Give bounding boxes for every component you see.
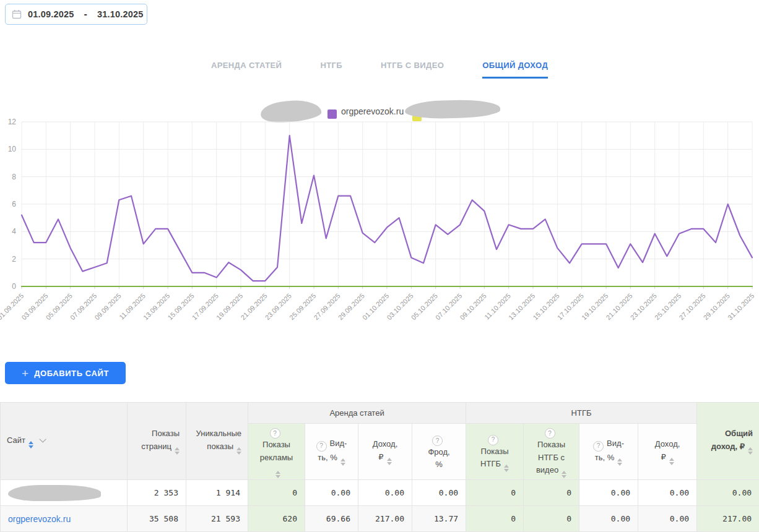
legend-label-orgperevozok[interactable]: orgperevozok.ru <box>341 106 404 116</box>
table-cell: 0 <box>524 506 579 532</box>
svg-text:4: 4 <box>12 227 16 236</box>
svg-text:10: 10 <box>8 145 17 153</box>
svg-text:21.10.2025: 21.10.2025 <box>604 292 633 321</box>
svg-text:11.09.2025: 11.09.2025 <box>118 292 147 321</box>
table-cell: 0.00 <box>358 480 412 506</box>
table-cell: 0 <box>466 480 524 506</box>
chevron-down-icon[interactable] <box>39 435 46 442</box>
add-site-label: ДОБАВИТЬ САЙТ <box>34 369 109 378</box>
tab-ntgb-s-video[interactable]: НТГБ С ВИДЕО <box>381 61 444 79</box>
plus-icon: + <box>22 367 28 379</box>
svg-text:15.10.2025: 15.10.2025 <box>531 292 560 321</box>
table-cell: 2 353 <box>128 480 186 506</box>
table-cell: 0.00 <box>412 480 466 506</box>
table-cell: 69.66 <box>305 506 358 532</box>
sort-icon[interactable] <box>175 447 180 455</box>
svg-text:01.10.2025: 01.10.2025 <box>361 292 390 321</box>
svg-text:07.09.2025: 07.09.2025 <box>69 292 98 321</box>
tab-ntgb[interactable]: НТГБ <box>320 61 342 79</box>
table-cell: 0.00 <box>697 480 759 506</box>
svg-text:03.10.2025: 03.10.2025 <box>385 292 414 321</box>
column-header-total-income[interactable]: Общий доход, ₽ <box>697 403 759 480</box>
svg-text:31.10.2025: 31.10.2025 <box>726 292 755 321</box>
sort-icon[interactable] <box>617 458 622 466</box>
svg-text:27.10.2025: 27.10.2025 <box>677 292 706 321</box>
table-cell: 0 <box>466 506 524 532</box>
help-icon[interactable]: ? <box>432 435 443 446</box>
column-header-fraud[interactable]: ?Фрод, % <box>412 424 466 480</box>
redaction-blob-site <box>8 485 101 501</box>
report-tabs: АРЕНДА СТАТЕЙ НТГБ НТГБ С ВИДЕО ОБЩИЙ ДО… <box>0 61 759 79</box>
table-cell: 217.00 <box>358 506 412 532</box>
add-site-button[interactable]: + ДОБАВИТЬ САЙТ <box>5 362 126 384</box>
svg-text:11.10.2025: 11.10.2025 <box>483 292 512 321</box>
svg-text:6: 6 <box>12 200 16 208</box>
svg-text:21.09.2025: 21.09.2025 <box>239 292 268 321</box>
site-link[interactable]: orgperevozok.ru <box>8 514 71 524</box>
column-header-income-arenda[interactable]: Доход, ₽ <box>358 424 412 480</box>
table-cell: 620 <box>248 506 305 532</box>
svg-text:09.10.2025: 09.10.2025 <box>458 292 487 321</box>
column-header-site[interactable]: Сайт <box>1 403 128 480</box>
sort-icon[interactable] <box>504 465 509 472</box>
svg-text:13.09.2025: 13.09.2025 <box>142 292 171 321</box>
column-header-income-ntgb[interactable]: Доход, ₽ <box>638 424 697 480</box>
svg-text:25.09.2025: 25.09.2025 <box>288 292 317 321</box>
sort-icon[interactable] <box>387 458 392 465</box>
table-cell: 13.77 <box>412 506 466 532</box>
group-header-ntgb: НТГБ <box>466 403 697 424</box>
column-header-ntgb-impressions[interactable]: ?Показы НТГБ <box>466 424 524 480</box>
svg-text:05.09.2025: 05.09.2025 <box>45 292 74 321</box>
help-icon[interactable]: ? <box>270 428 280 439</box>
date-start[interactable]: 01.09.2025 <box>28 9 74 19</box>
table-row: 2 353 1 914 0 0.00 0.00 0.00 0 0 0.00 0.… <box>1 480 759 506</box>
column-header-unique-views[interactable]: Уникальные показы <box>186 403 248 480</box>
date-end[interactable]: 31.10.2025 <box>97 9 144 19</box>
svg-text:01.09.2025: 01.09.2025 <box>0 292 25 321</box>
revenue-line-chart: 01.09.202503.09.202505.09.202507.09.2025… <box>0 118 759 335</box>
svg-text:19.09.2025: 19.09.2025 <box>215 292 244 321</box>
table-cell: 35 508 <box>128 506 186 532</box>
sort-icon[interactable] <box>562 471 566 478</box>
svg-text:23.09.2025: 23.09.2025 <box>264 292 293 321</box>
column-header-ad-impressions[interactable]: ?Показы рекламы <box>248 424 305 480</box>
help-icon[interactable]: ? <box>488 435 498 445</box>
table-cell: 1 914 <box>186 480 248 506</box>
legend-swatch-orgperevozok[interactable] <box>327 109 337 119</box>
dashboard-page: 01.09.2025 - 31.10.2025 АРЕНДА СТАТЕЙ НТ… <box>0 0 759 532</box>
sort-icon[interactable] <box>236 447 241 455</box>
redaction-blob-legend-1 <box>260 99 322 124</box>
svg-text:23.10.2025: 23.10.2025 <box>629 292 658 321</box>
svg-text:09.09.2025: 09.09.2025 <box>93 292 122 321</box>
date-range-picker[interactable]: 01.09.2025 - 31.10.2025 <box>5 4 147 25</box>
svg-text:15.09.2025: 15.09.2025 <box>166 292 195 321</box>
site-cell: orgperevozok.ru <box>1 506 128 532</box>
svg-text:29.10.2025: 29.10.2025 <box>702 292 731 321</box>
sort-icon[interactable] <box>748 447 753 455</box>
table-row: orgperevozok.ru 35 508 21 593 620 69.66 … <box>1 506 759 532</box>
svg-text:19.10.2025: 19.10.2025 <box>580 292 609 321</box>
table-cell: 0.00 <box>579 506 638 532</box>
column-header-viewability-arenda[interactable]: ?Вид-ть, % <box>305 424 358 480</box>
column-header-ntgb-video-impressions[interactable]: ?Показы НТГБ с видео <box>524 424 579 480</box>
help-icon[interactable]: ? <box>316 441 327 452</box>
svg-text:13.10.2025: 13.10.2025 <box>507 292 536 321</box>
table-cell: 217.00 <box>697 506 759 532</box>
svg-text:27.09.2025: 27.09.2025 <box>312 292 341 321</box>
calendar-icon <box>12 9 22 19</box>
table-cell: 0.00 <box>638 480 697 506</box>
sort-icon[interactable] <box>340 458 345 466</box>
table-cell: 0.00 <box>305 480 358 506</box>
tab-arenda-statey[interactable]: АРЕНДА СТАТЕЙ <box>211 61 282 79</box>
sort-icon[interactable] <box>669 458 674 465</box>
column-header-viewability-ntgb[interactable]: ?Вид-ть, % <box>579 424 638 480</box>
help-icon[interactable]: ? <box>593 441 604 452</box>
help-icon[interactable]: ? <box>545 428 555 439</box>
tab-obschiy-dohod[interactable]: ОБЩИЙ ДОХОД <box>482 61 548 79</box>
sort-icon[interactable] <box>275 471 280 478</box>
group-header-arenda-statey: Аренда статей <box>248 403 466 424</box>
column-header-page-views[interactable]: Показы страниц <box>128 403 186 480</box>
sort-icon[interactable] <box>28 441 33 448</box>
table-cell: 0 <box>524 480 579 506</box>
sites-table: Сайт Показы страниц Уникальные показы Ар… <box>0 402 759 532</box>
